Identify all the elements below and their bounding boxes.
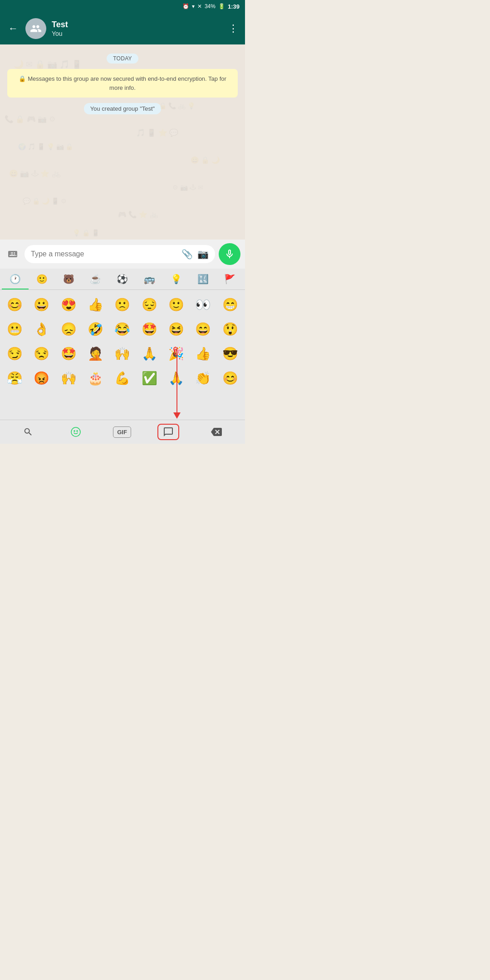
lock-icon: 🔒 (19, 75, 26, 82)
attach-icon[interactable]: 📎 (181, 249, 193, 260)
gif-button[interactable]: GIF (113, 426, 131, 438)
emoji-item[interactable]: 👏 (190, 366, 216, 390)
group-subtitle: You (52, 30, 223, 37)
emoji-item[interactable]: 😲 (217, 317, 243, 341)
header-info[interactable]: Test You (52, 20, 223, 37)
emoji-item[interactable]: 🙂 (163, 293, 189, 316)
emoji-item[interactable]: 👀 (190, 293, 216, 316)
emoji-item[interactable]: 👌 (29, 317, 54, 341)
emoji-category-bar: 🕐 🙂 🐻 ☕ ⚽ 🚌 💡 🔣 🚩 (0, 269, 245, 290)
chat-header: ← Test You ⋮ (0, 13, 245, 44)
avatar[interactable] (25, 18, 46, 39)
emoji-item[interactable]: 😁 (217, 293, 243, 316)
date-badge: TODAY (5, 54, 240, 64)
emoji-item[interactable]: 🙏 (163, 366, 189, 390)
emoji-cat-smileys[interactable]: 🙂 (29, 269, 55, 289)
emoji-cat-flags[interactable]: 🚩 (216, 269, 243, 289)
input-right-icons: 📎 📷 (181, 249, 209, 260)
back-button[interactable]: ← (6, 21, 20, 36)
emoji-item[interactable]: 👍 (190, 342, 216, 365)
svg-text:😀 📷 🕹 ⭐ 🚲: 😀 📷 🕹 ⭐ 🚲 (9, 169, 61, 178)
emoji-cat-recent[interactable]: 🕐 (2, 269, 29, 289)
status-time: 1:39 (228, 3, 240, 10)
emoji-grid: 😊 😀 😍 👍 🙁 😔 🙂 👀 😁 😬 👌 😞 🤣 😂 🤩 😆 😄 😲 😏 😒 … (0, 290, 245, 392)
wifi-icon: ▾ (192, 3, 195, 10)
emoji-item[interactable]: 😡 (29, 366, 54, 390)
status-bar: ⏰ ▾ ✕ 34% 🔋 1:39 (0, 0, 245, 13)
svg-point-15 (71, 427, 80, 436)
keyboard-toggle-button[interactable] (5, 246, 21, 262)
emoji-item[interactable]: 🙁 (109, 293, 135, 316)
emoji-item[interactable]: 🤣 (83, 317, 108, 341)
sticker-button[interactable] (157, 424, 179, 440)
emoji-item[interactable]: 😤 (2, 366, 28, 390)
svg-text:📞 🔒 🎮 📷 ⚙: 📞 🔒 🎮 📷 ⚙ (5, 115, 55, 123)
svg-text:🎵 📱 ⭐ 💬: 🎵 📱 ⭐ 💬 (136, 128, 178, 137)
emoji-item[interactable]: 😊 (2, 293, 28, 316)
emoji-item[interactable]: 😬 (2, 317, 28, 341)
emoji-tab-button[interactable] (65, 424, 87, 440)
svg-text:😀 🔒 🌙: 😀 🔒 🌙 (191, 156, 220, 164)
system-message: You created group "Test" (5, 103, 240, 114)
emoji-item[interactable]: 😍 (56, 293, 82, 316)
emoji-cat-food[interactable]: ☕ (82, 269, 109, 289)
emoji-item[interactable]: 😏 (2, 342, 28, 365)
svg-text:💬 🔒 🌙 📱 ⚙: 💬 🔒 🌙 📱 ⚙ (23, 197, 67, 205)
more-options-button[interactable]: ⋮ (228, 23, 239, 34)
emoji-item[interactable]: 😊 (217, 366, 243, 390)
group-name: Test (52, 20, 223, 30)
svg-text:🌍 🎵 📱 💡 📷 🔒: 🌍 🎵 📱 💡 📷 🔒 (18, 143, 74, 151)
emoji-item[interactable]: 🤩 (56, 342, 82, 365)
battery-icon: 🔋 (218, 3, 225, 10)
emoji-item[interactable]: 😎 (217, 342, 243, 365)
message-input-wrap: 📎 📷 (24, 245, 215, 263)
emoji-item[interactable]: 😆 (163, 317, 189, 341)
emoji-cat-symbols[interactable]: 🔣 (190, 269, 216, 289)
sticker-arrow-container (0, 392, 245, 420)
emoji-item[interactable]: 🙌 (109, 342, 135, 365)
security-notice[interactable]: 🔒Messages to this group are now secured … (7, 69, 238, 98)
emoji-keyboard: 🕐 🙂 🐻 ☕ ⚽ 🚌 💡 🔣 🚩 😊 😀 😍 👍 🙁 😔 🙂 👀 😁 😬 👌 … (0, 269, 245, 444)
svg-text:💡 🔒 📱: 💡 🔒 📱 (73, 229, 100, 237)
alarm-icon: ⏰ (182, 3, 189, 10)
svg-text:⚙ 📷 🕹 ✉: ⚙ 📷 🕹 ✉ (172, 184, 203, 191)
emoji-item[interactable]: 😀 (29, 293, 54, 316)
svg-marker-14 (173, 412, 181, 419)
delete-key-button[interactable] (206, 424, 227, 440)
search-emoji-button[interactable] (18, 424, 39, 440)
emoji-item[interactable]: 😂 (109, 317, 135, 341)
camera-icon[interactable]: 📷 (197, 249, 209, 260)
input-bar: 📎 📷 (0, 240, 245, 269)
emoji-cat-objects[interactable]: 💡 (163, 269, 190, 289)
emoji-item[interactable]: 🤩 (137, 317, 162, 341)
emoji-item[interactable]: 🤦 (83, 342, 108, 365)
emoji-item[interactable]: 😄 (190, 317, 216, 341)
svg-text:🎮 📞 ⭐ 🚲: 🎮 📞 ⭐ 🚲 (118, 211, 158, 219)
emoji-item[interactable]: 🎂 (83, 366, 108, 390)
emoji-item[interactable]: 🎉 (163, 342, 189, 365)
mic-button[interactable] (219, 243, 240, 265)
keyboard-bottom-bar: GIF (0, 420, 245, 444)
emoji-item[interactable]: 👍 (83, 293, 108, 316)
emoji-item[interactable]: 😔 (137, 293, 162, 316)
sticker-arrow (0, 392, 245, 420)
battery-percent: 34% (205, 3, 216, 10)
signal-icon: ✕ (197, 3, 202, 10)
emoji-item[interactable]: 🙌 (56, 366, 82, 390)
emoji-item[interactable]: ✅ (137, 366, 162, 390)
svg-point-17 (77, 431, 78, 431)
svg-point-16 (74, 431, 75, 431)
chat-area: 🌙 ✉ 🔒 📷 🎵 📱 ⭐ 📷 🚲 💬 🕹 📞 🔒 🎮 📷 ⚙ 🌍 🎵 📱 💡 … (0, 44, 245, 240)
emoji-item[interactable]: 🙏 (137, 342, 162, 365)
emoji-item[interactable]: 😞 (56, 317, 82, 341)
message-input[interactable] (31, 250, 178, 258)
emoji-cat-travel[interactable]: 🚌 (136, 269, 163, 289)
emoji-item[interactable]: 😒 (29, 342, 54, 365)
emoji-cat-activities[interactable]: ⚽ (109, 269, 136, 289)
emoji-item[interactable]: 💪 (109, 366, 135, 390)
emoji-cat-animals[interactable]: 🐻 (55, 269, 82, 289)
